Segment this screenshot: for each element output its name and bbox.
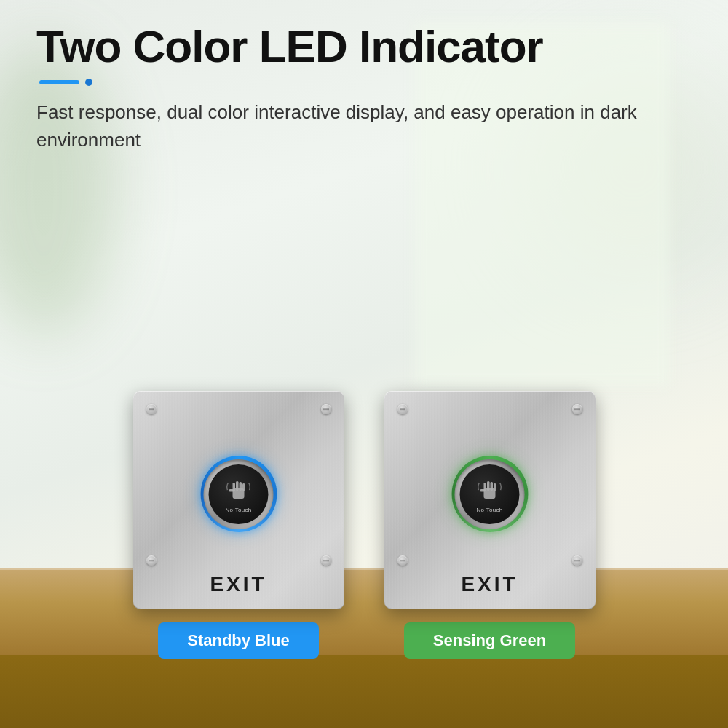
svg-rect-5 bbox=[229, 489, 234, 492]
badge-standby-blue: Standby Blue bbox=[158, 622, 319, 659]
page-title: Two Color LED Indicator bbox=[36, 22, 692, 71]
metal-ring-green: No Touch bbox=[455, 459, 525, 529]
screw-top-right-g bbox=[572, 404, 582, 414]
metal-panel-green: No Touch EXIT bbox=[384, 391, 596, 609]
screw-top-left bbox=[146, 404, 157, 414]
svg-rect-3 bbox=[240, 482, 242, 491]
exit-label-blue: EXIT bbox=[210, 573, 266, 596]
screw-bottom-left-g bbox=[397, 555, 408, 566]
svg-rect-10 bbox=[494, 483, 496, 491]
svg-rect-9 bbox=[491, 482, 494, 491]
button-container-green[interactable]: No Touch bbox=[451, 456, 528, 532]
exit-label-green: EXIT bbox=[461, 573, 518, 596]
no-touch-label-green: No Touch bbox=[476, 507, 502, 513]
led-ring-green: No Touch bbox=[451, 456, 528, 532]
device-blue-wrapper: No Touch EXIT Standby Blue bbox=[133, 391, 344, 659]
page-wrapper: Two Color LED Indicator Fast response, d… bbox=[0, 0, 728, 728]
hand-icon-blue bbox=[223, 475, 255, 505]
device-green-wrapper: No Touch EXIT Sensing Green bbox=[384, 391, 596, 659]
button-container-blue[interactable]: No Touch bbox=[200, 456, 277, 532]
button-face-green: No Touch bbox=[460, 464, 520, 524]
svg-rect-11 bbox=[480, 489, 486, 492]
svg-rect-4 bbox=[242, 483, 245, 491]
content-area: Two Color LED Indicator Fast response, d… bbox=[0, 0, 728, 154]
button-face-blue: No Touch bbox=[209, 464, 269, 524]
badge-sensing-green: Sensing Green bbox=[404, 622, 575, 659]
metal-ring-blue: No Touch bbox=[204, 459, 274, 529]
floor-area bbox=[0, 655, 728, 728]
metal-panel-blue: No Touch EXIT bbox=[133, 391, 344, 609]
svg-rect-8 bbox=[487, 481, 490, 491]
hand-icon-green bbox=[474, 475, 506, 505]
subtitle-text: Fast response, dual color interactive di… bbox=[36, 99, 670, 154]
indicator-bar bbox=[39, 80, 79, 84]
led-ring-blue: No Touch bbox=[200, 456, 277, 532]
screw-bottom-right-g bbox=[572, 555, 582, 566]
title-section: Two Color LED Indicator bbox=[36, 22, 692, 71]
screw-bottom-right bbox=[321, 555, 331, 566]
screw-top-left-g bbox=[397, 404, 408, 414]
indicator-dot bbox=[85, 79, 92, 86]
screw-bottom-left bbox=[146, 555, 157, 566]
no-touch-label-blue: No Touch bbox=[225, 507, 251, 513]
svg-rect-2 bbox=[236, 481, 239, 491]
devices-container: No Touch EXIT Standby Blue bbox=[66, 391, 662, 659]
screw-top-right bbox=[321, 404, 331, 414]
indicator-dots bbox=[39, 79, 692, 86]
